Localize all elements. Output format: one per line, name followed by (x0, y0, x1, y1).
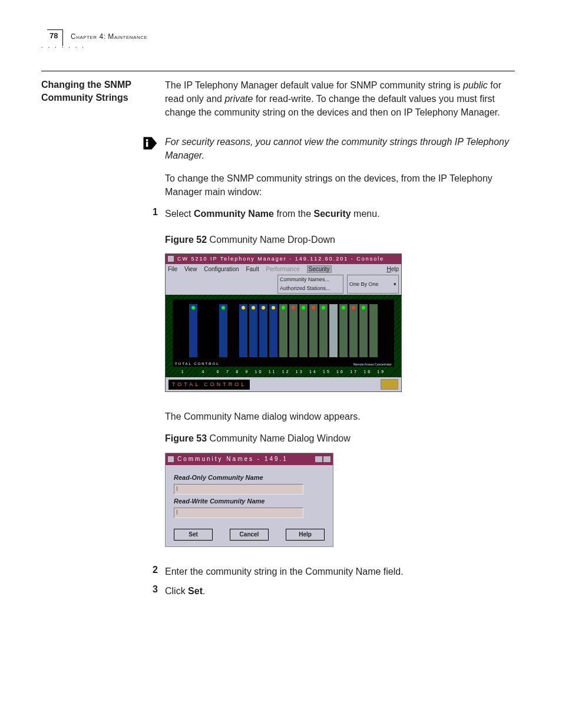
s1a: Select (165, 209, 194, 219)
text-cursor: I (176, 486, 178, 492)
slot-num: 12 (282, 369, 290, 375)
slot-num: 6 (217, 369, 221, 375)
s3c: . (203, 586, 205, 596)
intro-em1: public (463, 80, 488, 90)
slot-num: 7 (226, 369, 230, 375)
chassis-label: TOTAL CONTROL (175, 361, 220, 367)
intro-t1: The IP Telephony Manager default value f… (165, 80, 463, 90)
menu-item-community-names[interactable]: Community Names... (278, 275, 343, 284)
slot-num: 19 (377, 369, 385, 375)
system-menu-icon[interactable] (168, 256, 174, 262)
set-button[interactable]: Set (174, 529, 213, 541)
read-write-label: Read-Write Community Name (174, 497, 325, 506)
fig53-cap-bold: Figure 53 (165, 433, 207, 443)
intro-em2: private (224, 94, 253, 104)
slot-num: 15 (323, 369, 331, 375)
step-1-text: Select Community Name from the Security … (165, 207, 515, 220)
section-rule (41, 71, 515, 71)
svg-point-0 (146, 139, 148, 141)
slot-num: 9 (245, 369, 249, 375)
s1e: menu. (351, 209, 380, 219)
intro-para: The IP Telephony Manager default value f… (165, 78, 515, 120)
cancel-button[interactable]: Cancel (230, 529, 269, 541)
info-arrow-icon (141, 135, 158, 154)
chassis-view: TOTAL CONTROL Remote Access Concentrator… (166, 295, 401, 377)
slot-num: 17 (350, 369, 358, 375)
slot-num: 10 (255, 369, 263, 375)
menu-fault[interactable]: Fault (246, 266, 259, 272)
read-only-label: Read-Only Community Name (174, 473, 325, 483)
system-menu-icon[interactable] (168, 456, 174, 462)
menu-security[interactable]: Security (307, 265, 332, 273)
slot-numbers: 1 4 6 7 8 9 10 11 12 13 14 15 (173, 369, 394, 375)
fig52-footer: TOTAL CONTROL (166, 377, 401, 391)
combo-value: One By One (349, 281, 379, 288)
slot-num: 13 (296, 369, 304, 375)
chapter-label: Chapter 4: Maintenance (71, 32, 147, 41)
help-button[interactable]: Help (286, 529, 325, 541)
card-slot[interactable] (289, 302, 297, 360)
slot-num: 1 (181, 369, 186, 375)
s1c: from the (274, 209, 314, 219)
menu-performance[interactable]: Performance (266, 266, 299, 272)
menu-item-authorized-stations[interactable]: Authorized Stations... (278, 284, 343, 293)
page-header: 78 Chapter 4: Maintenance . . . . . . . (41, 29, 515, 47)
card-slot[interactable] (319, 302, 328, 360)
figure-53-caption: Figure 53 Community Name Dialog Window (165, 431, 515, 445)
section-title: Changing the SNMP Community Strings (41, 78, 158, 104)
card-slot[interactable] (339, 302, 348, 360)
step-3-text: Click Set. (165, 584, 515, 598)
fig52-cap-bold: Figure 52 (165, 235, 207, 245)
card-slot[interactable] (239, 302, 247, 360)
figure-52: CW 5210 IP Telephony Manager - 149.112.6… (165, 253, 402, 392)
rac-label: Remote Access Concentrator (353, 363, 392, 367)
fig53-title-text: Community Names - 149.1 (177, 455, 288, 464)
card-slot[interactable] (299, 302, 308, 360)
fig53-titlebar: Community Names - 149.1 (166, 453, 333, 466)
menu-help[interactable]: Help (386, 265, 399, 274)
card-slot[interactable] (359, 302, 368, 360)
card-slot[interactable] (329, 302, 338, 360)
text-cursor: I (176, 509, 178, 516)
card-slot[interactable] (249, 302, 257, 360)
fig52-menubar: File View Configuration Fault Performanc… (166, 264, 401, 275)
3com-badge (381, 379, 398, 390)
slot-num: 11 (269, 369, 277, 375)
read-only-community-field[interactable]: I (174, 484, 303, 495)
slot-num: 8 (236, 369, 240, 375)
card-slot[interactable] (219, 302, 227, 360)
chevron-down-icon: ▾ (394, 281, 396, 288)
after-fig52: The Community Name dialog window appears… (165, 410, 515, 423)
svg-rect-1 (146, 141, 148, 147)
card-slot[interactable] (279, 302, 287, 360)
menu-view[interactable]: View (184, 266, 197, 272)
figure-52-caption: Figure 52 Community Name Drop-Down (165, 233, 515, 246)
minimize-icon[interactable] (315, 456, 322, 462)
s1d: Security (314, 209, 351, 219)
security-note: For security reasons, you cannot view th… (165, 135, 515, 162)
view-mode-combo[interactable]: One By One ▾ (347, 275, 399, 294)
figure-53: Community Names - 149.1 Read-Only Commun… (165, 453, 333, 547)
menu-file[interactable]: File (168, 266, 177, 272)
card-slot[interactable] (269, 302, 277, 360)
s1b: Community Name (194, 209, 274, 219)
s3a: Click (165, 586, 188, 596)
menu-configuration[interactable]: Configuration (204, 266, 239, 272)
step-3-number: 3 (41, 584, 165, 595)
s3b: Set (188, 586, 203, 596)
card-slot[interactable] (349, 302, 358, 360)
card-slot[interactable] (309, 302, 318, 360)
maximize-icon[interactable] (323, 456, 330, 462)
card-slot[interactable] (189, 302, 197, 360)
slot-num: 16 (336, 369, 345, 375)
step-1-number: 1 (41, 207, 165, 218)
security-dropdown: Community Names... Authorized Stations..… (277, 275, 343, 294)
card-slot[interactable] (259, 302, 267, 360)
fig52-cap-rest: Community Name Drop-Down (207, 235, 335, 245)
step-2-number: 2 (41, 565, 165, 575)
lead-in: To change the SNMP community strings on … (165, 172, 515, 199)
fig52-title-text: CW 5210 IP Telephony Manager - 149.112.6… (177, 255, 384, 263)
read-write-community-field[interactable]: I (174, 508, 303, 518)
total-control-badge: TOTAL CONTROL (168, 380, 250, 390)
card-slot[interactable] (369, 302, 378, 360)
